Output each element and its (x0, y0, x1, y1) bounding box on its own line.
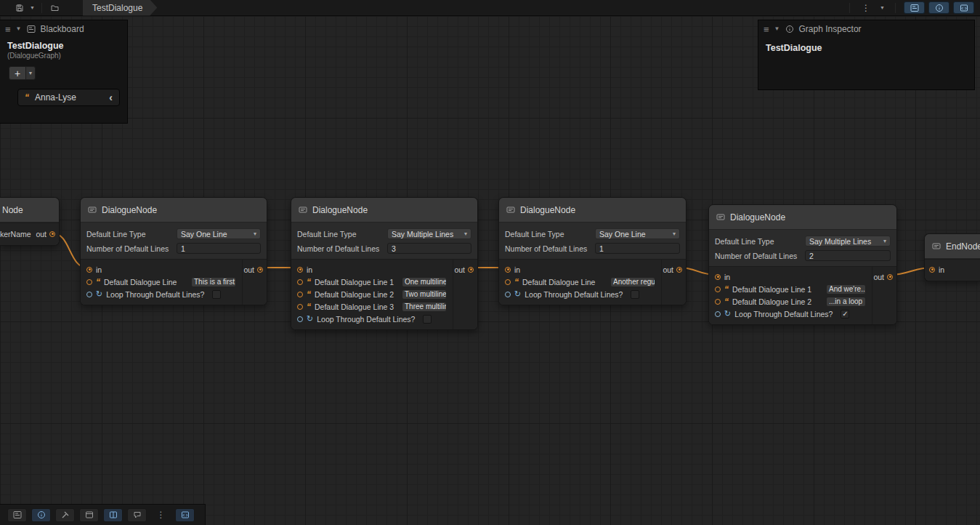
blackboard-panel-button[interactable] (7, 508, 27, 522)
dialogue-line-input[interactable]: Two multiline (402, 289, 447, 300)
port-label: Loop Through Default Lines? (317, 315, 415, 324)
breadcrumb-tab[interactable]: TestDialogue (83, 0, 157, 16)
dialogue-line-input[interactable]: Three multilin (402, 302, 447, 312)
number-of-lines-input[interactable]: 2 (805, 250, 891, 261)
hamburger-icon[interactable]: ≡ (5, 25, 11, 34)
inspector-header[interactable]: ≡ ▼ Graph Inspector (758, 20, 974, 38)
node-title-bar[interactable]: Node (0, 198, 59, 223)
port-label: in (307, 265, 312, 274)
loop-port[interactable] (505, 292, 511, 297)
save-options-button[interactable]: ▼ (28, 1, 37, 14)
port-label: Default Dialogue Line 2 (732, 297, 811, 306)
in-port[interactable] (715, 274, 721, 280)
more-menu-button[interactable]: ⋮ (858, 1, 874, 14)
dropdown-value: Say Multiple Lines (809, 237, 871, 246)
number-of-lines-input[interactable]: 3 (387, 243, 471, 254)
dialogue-line-port[interactable] (297, 304, 303, 310)
dialogue-node-2[interactable]: DialogueNode Default Line Type Say Multi… (291, 197, 478, 330)
dialogue-line-port[interactable] (715, 299, 721, 305)
open-asset-button[interactable] (46, 1, 62, 14)
in-port[interactable] (505, 267, 511, 273)
preview-toggle-button[interactable] (953, 1, 974, 14)
out-port[interactable] (676, 267, 682, 273)
blackboard-property-row[interactable]: “ Anna-Lyse ‹ (17, 89, 120, 106)
loop-port[interactable] (86, 292, 92, 297)
in-port[interactable] (929, 267, 935, 273)
blackboard-icon (27, 25, 36, 33)
hamburger-icon[interactable]: ≡ (764, 25, 769, 34)
dialogue-node-4[interactable]: DialogueNode Default Line Type Say Multi… (708, 204, 897, 325)
node-title-bar[interactable]: DialogueNode (499, 198, 686, 223)
dialogue-line-port[interactable] (86, 279, 92, 285)
dialogue-line-input[interactable]: ...in a loop (826, 297, 866, 307)
foldout-icon[interactable]: ▼ (16, 26, 22, 32)
loop-checkbox[interactable]: ✓ (841, 310, 849, 318)
loop-port[interactable] (715, 311, 721, 317)
node-fields: Default Line Type Say One Line ▾ Number … (81, 223, 267, 259)
blackboard-header[interactable]: ≡ ▼ Blackboard (0, 20, 127, 38)
dialogue-node-3[interactable]: DialogueNode Default Line Type Say One L… (498, 197, 687, 305)
loop-checkbox[interactable] (423, 315, 432, 324)
port-label: out (36, 230, 46, 239)
code-preview-button[interactable] (175, 508, 195, 522)
property-name: Anna-Lyse (35, 92, 76, 103)
loop-checkbox[interactable] (212, 290, 221, 299)
out-port[interactable] (468, 267, 474, 273)
collapse-chevron-icon[interactable]: ‹ (109, 92, 113, 103)
loop-checkbox[interactable] (631, 290, 639, 299)
node-title-bar[interactable]: DialogueNode (81, 198, 267, 223)
top-toolbar: ▼ TestDialogue ⋮ ▼ (0, 0, 980, 16)
out-port[interactable] (887, 274, 893, 280)
add-property-dropdown[interactable]: ▼ (26, 66, 36, 80)
dialogue-line-port[interactable] (715, 286, 721, 292)
dialogue-line-input[interactable]: One multiline (402, 277, 447, 287)
line-type-dropdown[interactable]: Say Multiple Lines ▾ (387, 228, 471, 239)
foldout-icon[interactable]: ▼ (774, 26, 780, 32)
number-of-lines-input[interactable]: 1 (595, 243, 680, 254)
more-menu-dropdown[interactable]: ▼ (878, 1, 887, 14)
loop-port[interactable] (297, 316, 303, 322)
in-port[interactable] (86, 267, 92, 273)
dropdown-arrow-icon: ▾ (673, 231, 676, 237)
dropdown-value: Say Multiple Lines (392, 230, 453, 239)
dialogue-line-input[interactable]: Another regu (610, 277, 655, 287)
inspector-toggle-button[interactable] (928, 1, 949, 14)
port-label: out (243, 265, 254, 274)
line-type-dropdown[interactable]: Say Multiple Lines ▾ (805, 236, 891, 247)
dialogue-line-input[interactable]: And we're... (826, 284, 866, 294)
input-value: Two multiline (405, 290, 447, 298)
dialogue-line-port[interactable] (505, 279, 511, 285)
window-button[interactable] (79, 508, 99, 522)
add-property-button[interactable]: + (9, 66, 26, 80)
line-type-dropdown[interactable]: Say One Line ▾ (177, 228, 261, 239)
node-title-bar[interactable]: EndNode (925, 234, 980, 259)
out-port[interactable] (49, 231, 55, 237)
node-title-bar[interactable]: DialogueNode (291, 198, 477, 223)
split-panels-icon (109, 510, 118, 519)
end-node[interactable]: EndNode in (924, 233, 980, 281)
dialogue-line-input[interactable]: This is a first (191, 277, 236, 287)
blackboard-toggle-button[interactable] (904, 1, 925, 14)
blackboard-panel: ≡ ▼ Blackboard TestDialogue (DialogueGra… (0, 20, 128, 124)
out-port[interactable] (257, 267, 263, 273)
inspector-panel-button[interactable] (31, 508, 51, 522)
bottom-toolbar: ⋮ (0, 504, 206, 525)
save-button[interactable] (12, 1, 28, 14)
panels-button[interactable] (103, 508, 123, 522)
dialogue-node-1[interactable]: DialogueNode Default Line Type Say One L… (80, 197, 267, 305)
dialogue-line-port[interactable] (297, 279, 303, 285)
speaker-node-partial[interactable]: Node kerName out (0, 197, 60, 246)
dropdown-value: Say One Line (599, 230, 646, 239)
toolbar-separator (849, 3, 850, 13)
quote-icon: “ (514, 279, 519, 285)
dialogue-preview-button[interactable] (127, 508, 147, 522)
more-options-button[interactable]: ⋮ (151, 508, 171, 522)
tools-button[interactable] (55, 508, 75, 522)
node-title-bar[interactable]: DialogueNode (709, 205, 896, 230)
dialogue-line-port[interactable] (297, 292, 303, 297)
node-title: EndNode (946, 241, 980, 252)
line-type-dropdown[interactable]: Say One Line ▾ (595, 228, 680, 239)
number-of-lines-input[interactable]: 1 (177, 243, 261, 254)
quote-icon: “ (724, 299, 729, 305)
in-port[interactable] (297, 267, 303, 273)
